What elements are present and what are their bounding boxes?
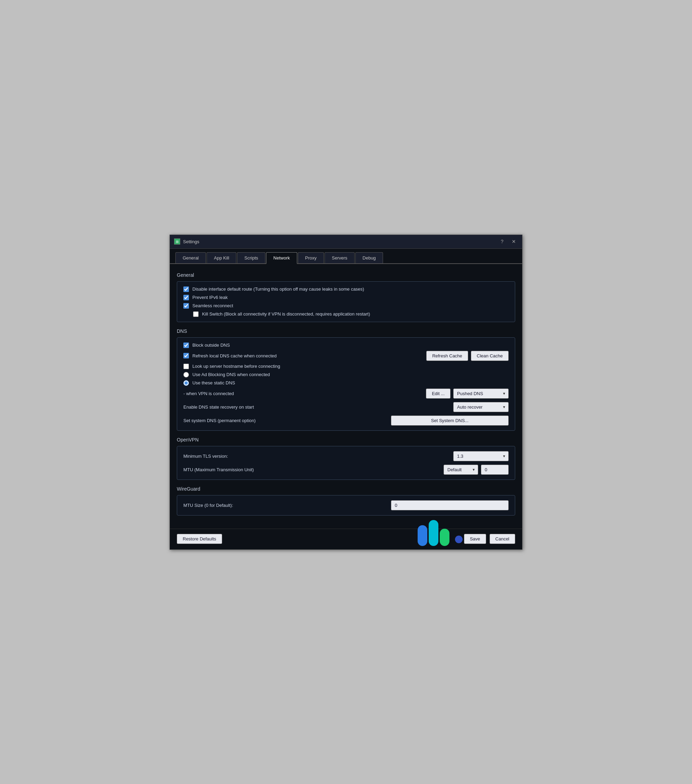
set-system-dns-label: Set system DNS (permanent option) [183, 418, 256, 423]
tab-general[interactable]: General [175, 252, 206, 263]
checkbox-disable-default-route-label: Disable interface default route (Turning… [193, 287, 364, 292]
checkbox-kill-switch-input[interactable] [193, 311, 199, 317]
radio-ad-blocking-dns: Use Ad Blocking DNS when connected [183, 372, 509, 377]
checkbox-block-outside-dns-label: Block outside DNS [193, 343, 230, 348]
mtu-type-select-wrapper: Default Custom ▼ [443, 464, 478, 475]
dns-section-box: Block outside DNS Refresh local DNS cach… [177, 337, 515, 431]
set-system-dns-row: Set system DNS (permanent option) Set Sy… [183, 415, 509, 425]
checkbox-seamless-reconnect: Seamless reconnect [183, 303, 509, 309]
refresh-cache-button[interactable]: Refresh Cache [426, 351, 468, 361]
dns-state-recovery-label: Enable DNS state recovery on start [183, 404, 254, 410]
tab-app-kill[interactable]: App Kill [206, 252, 236, 263]
checkbox-disable-default-route-input[interactable] [183, 287, 189, 292]
checkbox-prevent-ipv6-input[interactable] [183, 295, 189, 300]
pushed-dns-select-wrapper: Pushed DNS Custom DNS System DNS ▼ [453, 389, 509, 399]
titlebar-left: ⊞ Settings [174, 238, 199, 245]
tls-version-select[interactable]: 1.0 1.1 1.2 1.3 [453, 451, 509, 461]
when-vpn-controls: Edit ... Pushed DNS Custom DNS System DN… [426, 389, 509, 399]
openvpn-section-box: Minimum TLS version: 1.0 1.1 1.2 1.3 ▼ M… [177, 446, 515, 480]
wireguard-section-title: WireGuard [177, 486, 515, 492]
edit-dns-button[interactable]: Edit ... [426, 389, 450, 399]
clean-cache-button[interactable]: Clean Cache [471, 351, 509, 361]
wireguard-section-box: MTU Size (0 for Default): [177, 495, 515, 516]
tab-servers[interactable]: Servers [325, 252, 355, 263]
logo-area [418, 520, 450, 546]
checkbox-disable-default-route: Disable interface default route (Turning… [183, 287, 509, 292]
app-icon: ⊞ [174, 238, 180, 245]
cancel-button[interactable]: Cancel [489, 534, 515, 544]
radio-static-dns-input[interactable] [183, 380, 189, 386]
mtu-controls: Default Custom ▼ 0 [443, 464, 509, 475]
checkbox-lookup-hostname-label: Look up server hostname before connectin… [193, 364, 280, 369]
dns-state-recovery-row: Enable DNS state recovery on start Auto … [183, 402, 509, 412]
radio-static-dns-label: Use these static DNS [193, 380, 235, 385]
checkbox-seamless-reconnect-label: Seamless reconnect [193, 303, 233, 308]
general-section-box: Disable interface default route (Turning… [177, 281, 515, 322]
tab-debug[interactable]: Debug [355, 252, 383, 263]
checkbox-prevent-ipv6: Prevent IPv6 leak [183, 295, 509, 300]
checkbox-lookup-hostname: Look up server hostname before connectin… [183, 364, 509, 369]
checkbox-prevent-ipv6-label: Prevent IPv6 leak [193, 295, 228, 300]
close-button[interactable]: ✕ [510, 238, 518, 245]
mtu-row: MTU (Maximum Transmission Unit) Default … [183, 464, 509, 475]
auto-recover-select-wrapper: Auto recover Manual Disabled ▼ [453, 402, 509, 412]
titlebar: ⊞ Settings ? ✕ [170, 235, 522, 249]
footer: Restore Defaults Save Cancel [170, 529, 522, 549]
tab-scripts[interactable]: Scripts [237, 252, 265, 263]
general-section-title: General [177, 272, 515, 278]
radio-static-dns: Use these static DNS [183, 380, 509, 386]
radio-ad-blocking-dns-input[interactable] [183, 372, 189, 377]
wg-mtu-input[interactable] [391, 500, 509, 510]
checkbox-seamless-reconnect-input[interactable] [183, 303, 189, 309]
titlebar-controls: ? ✕ [499, 238, 518, 245]
tab-network[interactable]: Network [266, 252, 297, 264]
mtu-label: MTU (Maximum Transmission Unit) [183, 467, 254, 472]
help-button[interactable]: ? [499, 238, 506, 245]
restore-defaults-button[interactable]: Restore Defaults [177, 534, 222, 544]
save-button[interactable]: Save [464, 534, 486, 544]
mtu-value-input[interactable]: 0 [481, 464, 509, 475]
tabs-bar: General App Kill Scripts Network Proxy S… [170, 249, 522, 264]
logo-bar-blue [418, 525, 427, 546]
wg-mtu-row: MTU Size (0 for Default): [183, 500, 509, 510]
dns-refresh-buttons: Refresh Cache Clean Cache [426, 351, 509, 361]
auto-recover-select[interactable]: Auto recover Manual Disabled [453, 402, 509, 412]
openvpn-section-title: OpenVPN [177, 437, 515, 443]
when-vpn-label: - when VPN is connected [183, 391, 234, 396]
when-vpn-row: - when VPN is connected Edit ... Pushed … [183, 389, 509, 399]
tls-version-label: Minimum TLS version: [183, 454, 228, 459]
footer-right: Save Cancel [464, 534, 515, 544]
logo-bar-green [440, 529, 450, 546]
checkbox-block-outside-dns: Block outside DNS [183, 343, 509, 348]
dns-refresh-row: Refresh local DNS cache when connected R… [183, 351, 509, 361]
radio-ad-blocking-dns-label: Use Ad Blocking DNS when connected [193, 372, 270, 377]
wg-mtu-label: MTU Size (0 for Default): [183, 503, 233, 508]
tls-version-row: Minimum TLS version: 1.0 1.1 1.2 1.3 ▼ [183, 451, 509, 461]
checkbox-refresh-local-dns-input[interactable] [183, 353, 189, 359]
pushed-dns-select[interactable]: Pushed DNS Custom DNS System DNS [453, 389, 509, 399]
logo-bar-cyan [429, 520, 438, 546]
checkbox-kill-switch-label: Kill Switch (Block all connectivity if V… [202, 311, 370, 316]
mtu-type-select[interactable]: Default Custom [443, 464, 478, 475]
settings-window: ⊞ Settings ? ✕ General App Kill Scripts … [170, 235, 522, 550]
tls-version-select-wrapper: 1.0 1.1 1.2 1.3 ▼ [453, 451, 509, 461]
dns-section-title: DNS [177, 328, 515, 334]
tab-proxy[interactable]: Proxy [298, 252, 324, 263]
checkbox-lookup-hostname-input[interactable] [183, 364, 189, 369]
content-area: General Disable interface default route … [170, 264, 522, 529]
logo-circle [455, 535, 463, 543]
checkbox-kill-switch: Kill Switch (Block all connectivity if V… [193, 311, 509, 317]
dns-refresh-left: Refresh local DNS cache when connected [183, 353, 426, 359]
set-system-dns-button[interactable]: Set System DNS... [391, 415, 509, 425]
window-title: Settings [183, 239, 199, 244]
checkbox-block-outside-dns-input[interactable] [183, 343, 189, 348]
checkbox-refresh-local-dns-label: Refresh local DNS cache when connected [193, 353, 277, 359]
